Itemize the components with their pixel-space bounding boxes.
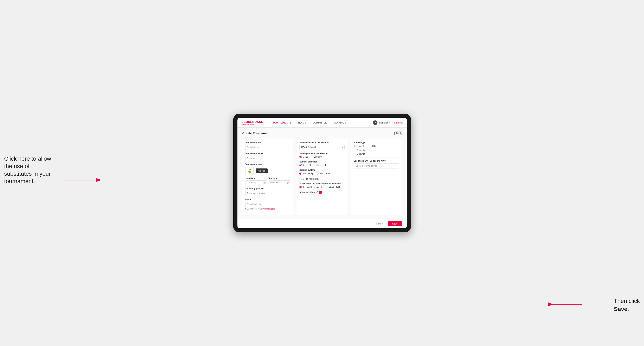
- start-date-label: Start date: [245, 177, 267, 179]
- tournament-name-input[interactable]: [245, 156, 290, 161]
- gender-womens-dot: [311, 156, 313, 158]
- scoring-medal[interactable]: Medal Match Play: [300, 177, 319, 180]
- scoring-match-dot: [316, 172, 318, 175]
- nav-item-committee[interactable]: COMMITTEE: [309, 119, 330, 127]
- tablet-frame: SCOREBOARD Powered by clippd TOURNAMENTS…: [233, 114, 411, 232]
- end-date-label: End date: [269, 177, 290, 179]
- event-type-label: Is this event for Teams and/or Individua…: [300, 182, 344, 185]
- upload-button[interactable]: Upload: [256, 169, 268, 173]
- event-type-group: Is this event for Teams and/or Individua…: [300, 182, 344, 188]
- division-label: Which division is the event for?: [300, 142, 344, 144]
- format-5count4-dot: [354, 145, 356, 147]
- round-1-dot: [300, 164, 302, 167]
- gender-mens[interactable]: Mens: [300, 156, 308, 158]
- format-other-dot: [369, 145, 371, 147]
- annotation-right: Then click Save.: [614, 297, 640, 313]
- email-support-link[interactable]: email support: [264, 208, 276, 210]
- scoring-api-label: Use third-party live scoring API?: [354, 160, 399, 162]
- format-type-group: Format type 5 count 4 Other: [354, 142, 399, 155]
- rounds-label: Number of rounds: [300, 161, 344, 163]
- gender-radio-group: Mens Womens: [300, 156, 344, 158]
- sponsor-group: Sponsor (optional): [245, 187, 290, 196]
- format-6count4[interactable]: 6 count 4: [354, 149, 399, 151]
- tournament-host-group: Tournament Host Search team ▾: [245, 142, 290, 150]
- nav-bar: SCOREBOARD Powered by clippd TOURNAMENTS…: [238, 118, 407, 128]
- venue-group: Venue Search golf club ▾ Can't find your…: [245, 198, 290, 210]
- cancel-button[interactable]: Cancel: [373, 221, 386, 226]
- scoring-api-group: Use third-party live scoring API? Select…: [354, 160, 399, 169]
- round-4-dot: [322, 164, 324, 167]
- division-select[interactable]: NCAA Division I: [300, 145, 344, 150]
- avatar: B: [373, 120, 378, 125]
- format-6count4-dot: [354, 149, 356, 151]
- tournament-host-label: Tournament Host: [245, 142, 290, 144]
- round-1[interactable]: 1: [300, 164, 304, 167]
- format-5count4[interactable]: 5 count 4: [354, 145, 366, 147]
- format-row-1: 5 count 4 Other: [354, 145, 399, 147]
- scoring-radio-group: Stroke Play Match Play Medal Match Play: [300, 172, 344, 180]
- back-button[interactable]: ‹ Back: [394, 132, 402, 135]
- event-teams-dot: [300, 186, 302, 188]
- logo-placeholder-icon: ⛳: [245, 167, 254, 175]
- sign-out-link[interactable]: Sign out: [394, 122, 402, 124]
- nav-item-teams[interactable]: TEAMS: [294, 119, 309, 127]
- round-3[interactable]: 3: [314, 164, 318, 167]
- scoring-service-wrap: Select a scoring service ▾: [354, 163, 399, 169]
- event-individuals[interactable]: Individuals Only: [324, 186, 342, 188]
- scoring-stroke-dot: [300, 172, 302, 175]
- gender-group: Which gender is the event for? Mens Wome…: [300, 152, 344, 158]
- nav-right: B blair admin | Sign out: [373, 120, 402, 125]
- format-other[interactable]: Other: [369, 145, 377, 147]
- rounds-group: Number of rounds 1 2: [300, 161, 344, 167]
- round-2[interactable]: 2: [307, 164, 311, 167]
- venue-select-wrap: Search golf club ▾: [245, 202, 290, 207]
- division-select-wrap: NCAA Division I ▾: [300, 145, 344, 150]
- round-3-dot: [314, 164, 316, 167]
- venue-label: Venue: [245, 198, 290, 201]
- save-button[interactable]: Save: [388, 221, 402, 226]
- calendar-end-icon: 📅: [286, 182, 289, 184]
- logo-powered: Powered by clippd: [242, 124, 264, 125]
- scoring-stroke[interactable]: Stroke Play: [300, 172, 313, 175]
- tablet-screen: SCOREBOARD Powered by clippd TOURNAMENTS…: [238, 118, 407, 228]
- end-date-wrap: 📅: [269, 180, 290, 185]
- tournament-logo-group: Tournament logo ⛳ Upload: [245, 163, 290, 175]
- scoring-system-label: Scoring system: [300, 169, 344, 171]
- round-2-dot: [307, 164, 309, 167]
- calendar-icon: 📅: [263, 182, 266, 184]
- nav-item-rankings[interactable]: RANKINGS: [330, 119, 349, 127]
- event-individuals-dot: [324, 186, 327, 188]
- form-columns: Tournament Host Search team ▾ Tournament…: [242, 139, 402, 215]
- scoring-service-select[interactable]: Select a scoring service: [354, 163, 399, 169]
- event-teams[interactable]: Teams (+Individuals): [300, 186, 322, 188]
- scoring-match[interactable]: Match Play: [316, 172, 330, 175]
- format-6count5[interactable]: 6 count 5: [354, 153, 399, 155]
- logo: SCOREBOARD Powered by clippd: [242, 120, 264, 125]
- logo-scoreboard: SCOREBOARD: [242, 120, 264, 124]
- page-footer: Cancel Save: [238, 219, 407, 228]
- scoring-medal-dot: [300, 177, 302, 180]
- format-6count5-dot: [354, 153, 356, 155]
- tournament-name-group: Tournament name: [245, 152, 290, 161]
- tournament-logo-label: Tournament logo: [245, 163, 290, 166]
- page-header: Create Tournament ‹ Back: [242, 131, 402, 135]
- venue-select[interactable]: Search golf club: [245, 202, 290, 207]
- sponsor-input[interactable]: [245, 191, 290, 196]
- right-column: Format type 5 count 4 Other: [351, 139, 402, 215]
- cant-find-text: Can't find your venue? email support: [245, 208, 290, 210]
- format-row-2: 6 count 4: [354, 149, 399, 151]
- gender-womens[interactable]: Womens: [311, 156, 322, 158]
- gender-mens-dot: [300, 156, 302, 158]
- start-date-group: Start date 📅: [245, 177, 267, 185]
- tournament-host-select-wrap: Search team ▾: [245, 145, 290, 150]
- username: blair admin: [379, 122, 390, 124]
- round-4[interactable]: 4: [322, 164, 326, 167]
- page-title: Create Tournament: [242, 131, 270, 135]
- nav-item-tournaments[interactable]: TOURNAMENTS: [270, 119, 295, 127]
- start-date-wrap: 📅: [245, 180, 267, 185]
- end-date-group: End date 📅: [269, 177, 290, 185]
- left-column: Tournament Host Search team ▾ Tournament…: [242, 139, 294, 215]
- substitutes-checkbox[interactable]: ✓: [319, 191, 322, 194]
- tournament-host-select[interactable]: Search team: [245, 145, 290, 150]
- annotation-left: Click here to allow the use of substitut…: [4, 155, 58, 185]
